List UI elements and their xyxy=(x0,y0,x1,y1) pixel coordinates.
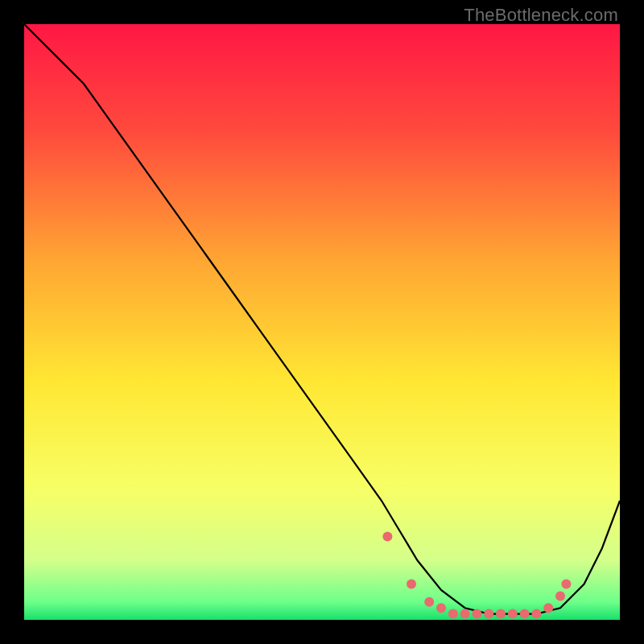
marker-dot xyxy=(531,609,541,619)
marker-dot xyxy=(460,609,470,619)
marker-dot xyxy=(555,591,565,601)
marker-dot xyxy=(382,531,392,541)
heatmap-background xyxy=(24,24,620,620)
marker-dot xyxy=(407,580,416,589)
marker-dot xyxy=(496,609,506,619)
marker-dot xyxy=(448,609,458,619)
marker-dot xyxy=(484,609,493,619)
marker-dot xyxy=(561,580,571,589)
marker-dot xyxy=(508,609,518,619)
bottleneck-chart xyxy=(24,24,620,620)
marker-dot xyxy=(424,597,434,607)
chart-frame xyxy=(24,24,620,620)
marker-dot xyxy=(436,603,446,613)
marker-dot xyxy=(520,609,530,619)
watermark-text: TheBottleneck.com xyxy=(464,5,618,26)
marker-dot xyxy=(472,609,481,619)
marker-dot xyxy=(543,603,553,613)
